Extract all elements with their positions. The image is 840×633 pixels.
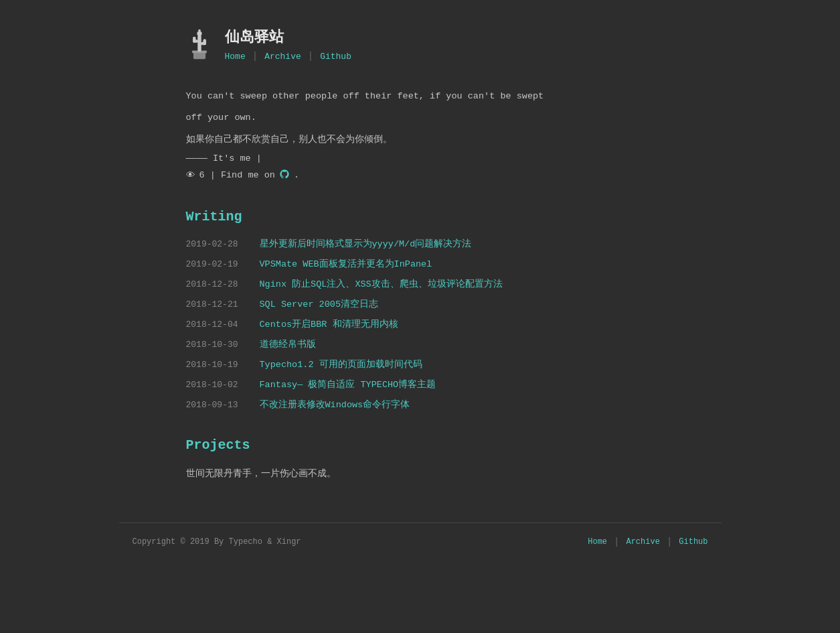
stats-dot: . bbox=[294, 170, 299, 180]
projects-title: Projects bbox=[186, 437, 655, 453]
nav-sep-2: | bbox=[308, 51, 313, 62]
svg-point-8 bbox=[198, 29, 201, 32]
footer-home[interactable]: Home bbox=[588, 537, 607, 547]
writing-date: 2018-12-21 bbox=[186, 299, 246, 309]
writing-link[interactable]: SQL Server 2005清空日志 bbox=[260, 298, 379, 310]
nav-home[interactable]: Home bbox=[225, 52, 246, 62]
stats-count: 6 | Find me on bbox=[199, 170, 275, 180]
footer: Copyright © 2019 By Typecho & Xingr Home… bbox=[119, 522, 722, 561]
writing-section: Writing 2019-02-28星外更新后时间格式显示为yyyy/M/d问题… bbox=[186, 209, 655, 411]
svg-point-7 bbox=[197, 31, 201, 36]
writing-item: 2019-02-28星外更新后时间格式显示为yyyy/M/d问题解决方法 bbox=[186, 238, 655, 250]
projects-section: Projects 世间无限丹青手，一片伤心画不成。 bbox=[186, 437, 655, 482]
writing-link[interactable]: Nginx 防止SQL注入、XSS攻击、爬虫、垃圾评论配置方法 bbox=[260, 278, 503, 290]
writing-link[interactable]: Typecho1.2 可用的页面加载时间代码 bbox=[260, 358, 422, 370]
writing-date: 2018-10-02 bbox=[186, 380, 246, 390]
footer-sep-2: | bbox=[667, 537, 672, 547]
quote-en-line1: You can't sweep other people off their f… bbox=[186, 88, 655, 104]
footer-sep-1: | bbox=[614, 537, 619, 547]
nav-sep-1: | bbox=[252, 51, 258, 62]
writing-item: 2018-10-30道德经帛书版 bbox=[186, 338, 655, 350]
eye-icon: 👁 bbox=[186, 170, 195, 181]
site-title: 仙岛驿站 bbox=[225, 27, 284, 47]
nav-archive[interactable]: Archive bbox=[264, 52, 301, 62]
quote-block: You can't sweep other people off their f… bbox=[186, 88, 655, 182]
main-nav: Home | Archive | Github bbox=[225, 51, 351, 62]
footer-archive[interactable]: Archive bbox=[626, 537, 659, 547]
github-link-icon[interactable] bbox=[279, 169, 290, 182]
writing-link[interactable]: VPSMate WEB面板复活并更名为InPanel bbox=[260, 258, 432, 270]
writing-item: 2018-10-19Typecho1.2 可用的页面加载时间代码 bbox=[186, 358, 655, 370]
writing-date: 2018-10-19 bbox=[186, 360, 246, 370]
writing-item: 2018-12-21SQL Server 2005清空日志 bbox=[186, 298, 655, 310]
quote-en-line2: off your own. bbox=[186, 110, 655, 126]
writing-date: 2019-02-19 bbox=[186, 259, 246, 269]
writing-date: 2019-02-28 bbox=[186, 239, 246, 249]
writing-date: 2018-12-28 bbox=[186, 279, 246, 289]
svg-rect-6 bbox=[203, 39, 206, 45]
quote-zh: 如果你自己都不欣赏自己，别人也不会为你倾倒。 bbox=[186, 132, 655, 148]
stats-line: 👁 6 | Find me on . bbox=[186, 169, 655, 182]
footer-nav: Home | Archive | Github bbox=[588, 537, 707, 547]
main-content: You can't sweep other people off their f… bbox=[186, 75, 655, 522]
cactus-logo-icon bbox=[186, 27, 213, 61]
projects-description: 世间无限丹青手，一片伤心画不成。 bbox=[186, 466, 655, 482]
writing-item: 2019-02-19VPSMate WEB面板复活并更名为InPanel bbox=[186, 258, 655, 270]
svg-rect-4 bbox=[193, 37, 196, 43]
writing-item: 2018-09-13不改注册表修改Windows命令行字体 bbox=[186, 399, 655, 411]
writing-date: 2018-09-13 bbox=[186, 400, 246, 410]
footer-copyright: Copyright © 2019 By Typecho & Xingr bbox=[133, 537, 301, 547]
nav-github[interactable]: Github bbox=[320, 52, 351, 62]
writing-link[interactable]: Centos开启BBR 和清理无用内核 bbox=[260, 318, 398, 330]
writing-link[interactable]: 星外更新后时间格式显示为yyyy/M/d问题解决方法 bbox=[260, 238, 472, 250]
writing-title: Writing bbox=[186, 209, 655, 224]
quote-author: ———— It's me | bbox=[186, 153, 655, 163]
writing-link[interactable]: 道德经帛书版 bbox=[260, 338, 316, 350]
writing-link[interactable]: 不改注册表修改Windows命令行字体 bbox=[260, 399, 410, 411]
writing-item: 2018-12-04Centos开启BBR 和清理无用内核 bbox=[186, 318, 655, 330]
github-icon bbox=[279, 169, 290, 180]
writing-date: 2018-12-04 bbox=[186, 320, 246, 330]
writing-item: 2018-12-28Nginx 防止SQL注入、XSS攻击、爬虫、垃圾评论配置方… bbox=[186, 278, 655, 290]
footer-github[interactable]: Github bbox=[679, 537, 707, 547]
writing-item: 2018-10-02Fantasy— 极简自适应 TYPECHO博客主题 bbox=[186, 378, 655, 391]
writing-link[interactable]: Fantasy— 极简自适应 TYPECHO博客主题 bbox=[260, 378, 436, 391]
writing-date: 2018-10-30 bbox=[186, 340, 246, 350]
writing-list: 2019-02-28星外更新后时间格式显示为yyyy/M/d问题解决方法2019… bbox=[186, 238, 655, 411]
